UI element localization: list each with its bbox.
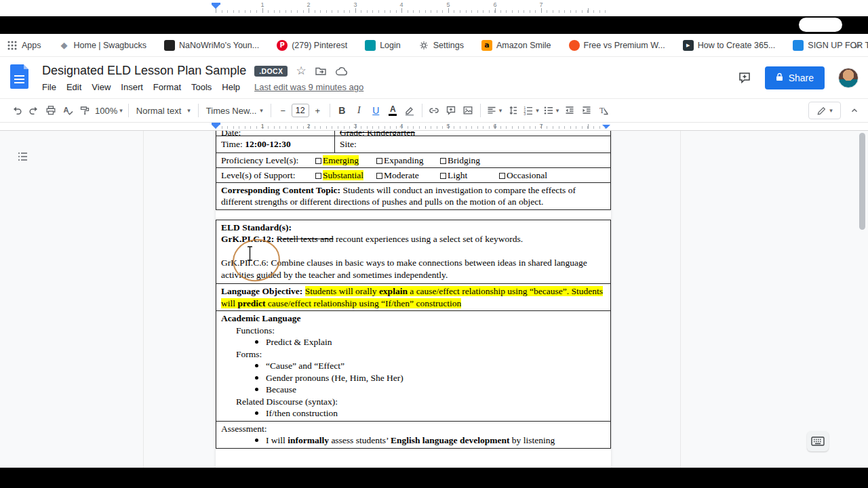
apps-grid-icon xyxy=(7,40,18,51)
redo-button[interactable] xyxy=(25,102,42,119)
checkbox-icon xyxy=(376,173,382,179)
eld-heading: ELD Standard(s): xyxy=(221,222,606,234)
paragraph-style-select[interactable]: Normal text ▾ xyxy=(132,102,195,119)
bookmark-swagbucks[interactable]: ◆ Home | Swagbucks xyxy=(59,40,146,51)
assessment-bold: informally xyxy=(288,435,329,445)
checkbox-icon xyxy=(440,173,446,179)
document-title[interactable]: Designated ELD Lesson Plan Sample xyxy=(42,64,246,78)
option-text: Light xyxy=(448,170,467,180)
bookmark-nanowrimo[interactable]: NaNoWriMo's Youn... xyxy=(164,40,259,51)
font-select[interactable]: Times New... ▾ xyxy=(202,102,267,119)
indent-marker-left[interactable] xyxy=(212,3,220,9)
insert-link-button[interactable] xyxy=(426,102,443,119)
bookmark-settings[interactable]: Settings xyxy=(418,40,464,51)
academic-heading: Academic Language xyxy=(221,312,606,325)
list-item-text: Predict & Explain xyxy=(266,337,332,347)
font-size-decrease-button[interactable]: − xyxy=(275,102,292,119)
pinterest-favicon: P xyxy=(277,40,288,51)
menu-format[interactable]: Format xyxy=(153,82,181,92)
comment-history-icon[interactable] xyxy=(738,71,751,85)
bulleted-list-button[interactable]: ▾ xyxy=(541,102,561,119)
std1-struck: Retell texts and xyxy=(277,234,334,244)
partial-ruler-top: 1 2 3 4 5 6 7 xyxy=(0,0,868,16)
editing-mode-select[interactable]: ▾ xyxy=(808,102,841,119)
grade-cell: Grade: Kindergarten xyxy=(334,131,610,136)
text-color-button[interactable]: A xyxy=(384,102,401,119)
zoom-select[interactable]: 100% ▾ xyxy=(93,102,125,119)
video-favicon: ▶ xyxy=(683,40,694,51)
star-icon[interactable]: ☆ xyxy=(296,65,306,77)
numbered-list-button[interactable]: 123 ▾ xyxy=(521,102,541,119)
paint-format-button[interactable] xyxy=(76,102,93,119)
line-spacing-button[interactable] xyxy=(504,102,521,119)
share-button[interactable]: Share xyxy=(765,66,825,89)
table-row-proficiency: Proficiency Level(s): Emerging Expanding… xyxy=(216,153,610,168)
bookmarks-overflow-icon[interactable]: » xyxy=(854,39,860,51)
show-outline-button[interactable] xyxy=(16,149,31,164)
input-tools-button[interactable] xyxy=(807,431,829,451)
docs-header: Designated ELD Lesson Plan Sample .DOCX … xyxy=(0,57,868,99)
docs-app-icon[interactable] xyxy=(10,64,28,89)
list-item: Gender pronouns (He, Him, She Her) xyxy=(221,372,606,384)
svg-text:A: A xyxy=(63,106,68,114)
bookmark-login[interactable]: Login xyxy=(365,40,401,51)
menu-help[interactable]: Help xyxy=(222,82,240,92)
table-row-language-objective: Language Objective: Students will orally… xyxy=(216,284,610,311)
svg-text:3: 3 xyxy=(524,112,526,116)
add-comment-button[interactable] xyxy=(443,102,460,119)
viewport-edge-right xyxy=(680,131,681,488)
bookmark-free-vs-premium[interactable]: Free vs Premium W... xyxy=(569,40,665,51)
insert-image-button[interactable] xyxy=(460,102,477,119)
indent-marker-left[interactable] xyxy=(212,123,220,129)
last-edit-link[interactable]: Last edit was 9 minutes ago xyxy=(254,82,363,92)
menu-insert[interactable]: Insert xyxy=(121,82,143,92)
print-button[interactable] xyxy=(42,102,59,119)
std1-rest: recount experiences using a select set o… xyxy=(334,234,523,244)
bookmark-pinterest[interactable]: P (279) Pinterest xyxy=(277,40,347,51)
avatar[interactable] xyxy=(838,68,859,88)
bookmark-amazon-smile[interactable]: a Amazon Smile xyxy=(481,40,551,51)
table-row-content-topic: Corresponding Content Topic: Students wi… xyxy=(216,183,610,209)
menu-edit[interactable]: Edit xyxy=(66,82,81,92)
italic-button[interactable]: I xyxy=(351,102,368,119)
bookmark-how-to-create[interactable]: ▶ How to Create 365... xyxy=(683,40,776,51)
apps-button[interactable]: Apps xyxy=(7,40,41,51)
indent-marker-right[interactable] xyxy=(602,125,610,129)
menu-tools[interactable]: Tools xyxy=(191,82,212,92)
font-size-increase-button[interactable]: + xyxy=(309,102,326,119)
undo-button[interactable] xyxy=(8,102,25,119)
table-row-date-grade: Date: Grade: Kindergarten xyxy=(216,131,610,136)
ruler-number: 5 xyxy=(446,1,450,8)
bullet-icon xyxy=(255,388,258,391)
option-text: Emerging xyxy=(323,155,359,165)
document-page[interactable]: Date: Grade: Kindergarten Time: 12:00-12… xyxy=(216,131,611,488)
decrease-indent-button[interactable] xyxy=(561,102,578,119)
clear-formatting-button[interactable]: T xyxy=(595,102,612,119)
site-label: Site: xyxy=(340,139,357,149)
bookmark-label: NaNoWriMo's Youn... xyxy=(179,41,259,50)
viewport-edge-left xyxy=(143,131,144,488)
generic-favicon xyxy=(793,40,804,51)
bold-button[interactable]: B xyxy=(334,102,351,119)
minus-icon: − xyxy=(280,106,285,116)
option-moderate: Moderate xyxy=(376,169,419,182)
outline-icon xyxy=(17,150,29,163)
font-size-input[interactable]: 12 xyxy=(292,104,309,117)
forms-label: Forms: xyxy=(221,348,606,361)
highlight-color-button[interactable] xyxy=(401,102,418,119)
align-select[interactable]: ▾ xyxy=(484,102,505,119)
menu-file[interactable]: File xyxy=(42,82,56,92)
ruler-inch-ticks xyxy=(216,8,611,13)
underline-button[interactable]: U xyxy=(368,102,384,119)
eld-standard-1: GrK.PI.C.12: Retell texts and recount ex… xyxy=(221,233,606,245)
functions-label: Functions: xyxy=(221,325,606,337)
collapse-toolbar-button[interactable] xyxy=(846,102,863,119)
increase-indent-button[interactable] xyxy=(578,102,595,119)
top-black-bar xyxy=(0,16,868,34)
spell-check-button[interactable]: A xyxy=(59,102,76,119)
move-folder-icon[interactable] xyxy=(315,65,327,77)
vertical-scrollbar-thumb[interactable] xyxy=(859,133,865,230)
cloud-saved-icon[interactable] xyxy=(335,66,349,77)
menu-view[interactable]: View xyxy=(92,82,111,92)
checkbox-icon xyxy=(499,173,505,179)
